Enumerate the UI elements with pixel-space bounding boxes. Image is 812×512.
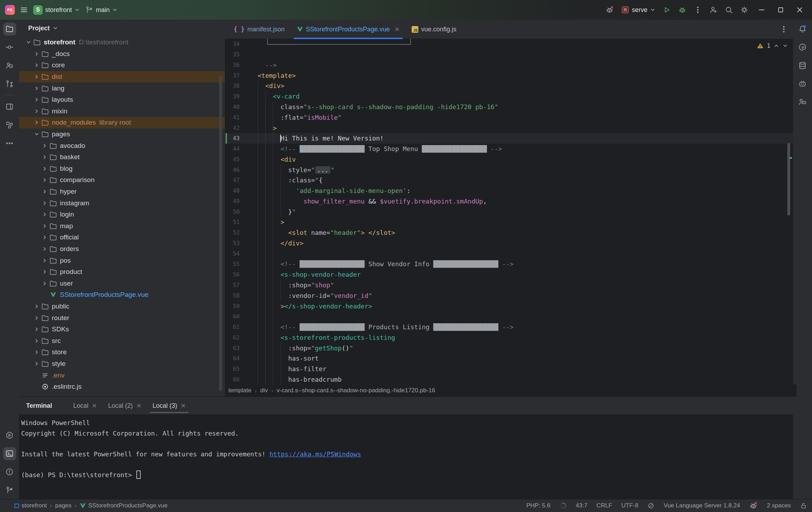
breadcrumb-item[interactable]: template [228,387,251,394]
project-widget[interactable]: S storefront [33,5,80,15]
tree-item-product[interactable]: product [19,266,225,278]
code-line-47[interactable]: 47 :class="{ [225,175,793,186]
status-item-lock-open[interactable] [800,502,807,509]
chevron-down-icon[interactable] [25,39,31,45]
more-actions-icon[interactable] [694,6,702,14]
code-line-44[interactable]: 44 <!-- █████████████████ Top Shop Menu … [225,144,793,154]
status-item-proofread[interactable] [647,502,654,509]
chevron-right-icon[interactable] [33,361,39,367]
assistant-agent-icon[interactable] [798,80,807,88]
tree-item-map[interactable]: map [19,220,225,232]
tree-item-_docs[interactable]: _docs [19,48,225,60]
chevron-right-icon[interactable] [33,315,39,321]
breadcrumb-item[interactable]: div [260,387,268,394]
chevron-right-icon[interactable] [42,246,48,252]
chevron-right-icon[interactable] [42,189,48,194]
tree-item-hyper[interactable]: hyper [19,186,225,198]
code-line-46[interactable]: 46 style="..." [225,164,793,175]
code-line-38[interactable]: 38 <div> [225,81,793,91]
code-line-34[interactable]: 34 [225,39,793,49]
chevron-right-icon[interactable] [33,338,39,344]
database-tool-icon[interactable] [798,61,807,70]
window-close-button[interactable] [794,6,806,14]
chevron-right-icon[interactable] [42,281,48,286]
chevron-right-icon[interactable] [33,62,39,68]
chevron-right-icon[interactable] [42,212,48,217]
debugger-unavailable-icon[interactable] [605,6,614,14]
chevron-right-icon[interactable] [33,51,39,57]
tree-item-src[interactable]: src [19,335,225,346]
code-area[interactable]: 343536 -->37<template>38 <div>39 <v-card… [225,39,793,385]
code-line-55[interactable]: 55 <!-- █████████████████ Show Vendor In… [225,259,793,269]
chevron-right-icon[interactable] [42,200,48,206]
chevron-right-icon[interactable] [42,223,48,229]
tab-options-icon[interactable] [780,25,788,33]
inspections-widget[interactable]: 1 [757,42,788,49]
code-line-52[interactable]: 52 <slot name="header"> </slot> [225,227,793,238]
chevron-right-icon[interactable] [33,97,39,102]
code-line-36[interactable]: 36 --> [225,60,793,70]
tree-item-style[interactable]: style [19,358,225,370]
terminal-output[interactable]: Windows PowerShellCopyright (C) Microsof… [19,415,793,480]
pull-requests-tool-icon[interactable] [5,80,14,88]
editor-tab-vue.config.js[interactable]: JSvue.config.js [406,20,462,39]
tree-item-lang[interactable]: lang [19,82,225,94]
tree-item-router[interactable]: router [19,312,225,324]
close-icon[interactable] [395,27,400,32]
learn-tool-icon[interactable]: ? [5,61,14,70]
code-with-me-icon[interactable] [709,6,718,14]
code-line-64[interactable]: 64 has-sort [225,353,793,364]
terminal-tool-icon[interactable] [5,449,14,458]
tree-item-avocado[interactable]: avocado [19,140,225,151]
chevron-down-icon[interactable] [33,131,39,137]
problems-tool-icon[interactable] [5,468,14,476]
status-item-crlf[interactable]: CRLF [597,502,612,509]
code-line-63[interactable]: 63 :shop="getShop()" [225,343,793,353]
bookmarks-tool-icon[interactable] [5,102,14,111]
status-item-spinner[interactable] [560,502,567,509]
chevron-right-icon[interactable] [33,86,39,91]
code-line-59[interactable]: 59 ></s-shop-vendor-header> [225,301,793,311]
terminal-tab-local[interactable]: Local [68,397,103,414]
code-line-57[interactable]: 57 :shop="shop" [225,280,793,291]
debug-button[interactable] [678,6,687,14]
structure-tool-icon[interactable] [5,121,14,129]
chevron-right-icon[interactable] [42,269,48,275]
project-panel-header[interactable]: Project [19,20,225,37]
code-line-48[interactable]: 48 'add-marginal-side-menu-open': [225,186,793,196]
tree-item-comparison[interactable]: comparison [19,174,225,186]
code-line-51[interactable]: 51 > [225,217,793,227]
chevron-right-icon[interactable] [33,304,39,309]
status-item-2-spaces[interactable]: 2 spaces [767,502,791,509]
tree-item-node_modules[interactable]: node_moduleslibrary root [19,117,225,129]
chat-users-icon[interactable] [798,98,807,106]
tree-item-orders[interactable]: orders [19,243,225,255]
more-tools-icon[interactable] [5,139,14,148]
terminal-link[interactable]: https://aka.ms/PSWindows [269,450,361,458]
tree-item-basket[interactable]: basket [19,151,225,163]
code-line-53[interactable]: 53 </div> [225,238,793,249]
run-config-widget[interactable]: serve [621,6,656,14]
close-icon[interactable] [136,403,141,408]
tree-item-official[interactable]: official [19,232,225,243]
code-line-42[interactable]: 42 > [225,123,793,133]
chevron-down-icon[interactable] [782,43,788,49]
folded-region[interactable]: ... [315,166,331,174]
status-crumb-sstorefrontproductspage-vue[interactable]: SStorefrontProductsPage.vue [80,502,167,509]
tree-item-storefront[interactable]: storefrontD:\test\storefront [19,37,225,48]
main-menu-icon[interactable] [20,6,28,14]
status-item-43-7[interactable]: 43:7 [576,502,588,509]
code-line-54[interactable]: 54 [225,248,793,259]
project-tree-scrollbar[interactable] [219,76,222,391]
code-line-37[interactable]: 37<template> [225,70,793,81]
editor-tab-sstorefrontproductspage.vue[interactable]: SStorefrontProductsPage.vue [291,20,406,39]
chevron-right-icon[interactable] [42,143,48,149]
chevron-right-icon[interactable] [42,154,48,160]
status-crumb-pages[interactable]: pages [55,502,71,509]
code-line-49[interactable]: 49 show_filter_menu && $vuetify.breakpoi… [225,196,793,206]
code-line-66[interactable]: 66 has-breadcrumb [225,374,793,385]
tree-item-.env[interactable]: .env [19,369,225,381]
terminal-title[interactable]: Terminal [26,402,52,410]
services-tool-icon[interactable] [5,431,14,439]
code-line-43[interactable]: 43 Hi This is me! New Version! [225,133,793,144]
